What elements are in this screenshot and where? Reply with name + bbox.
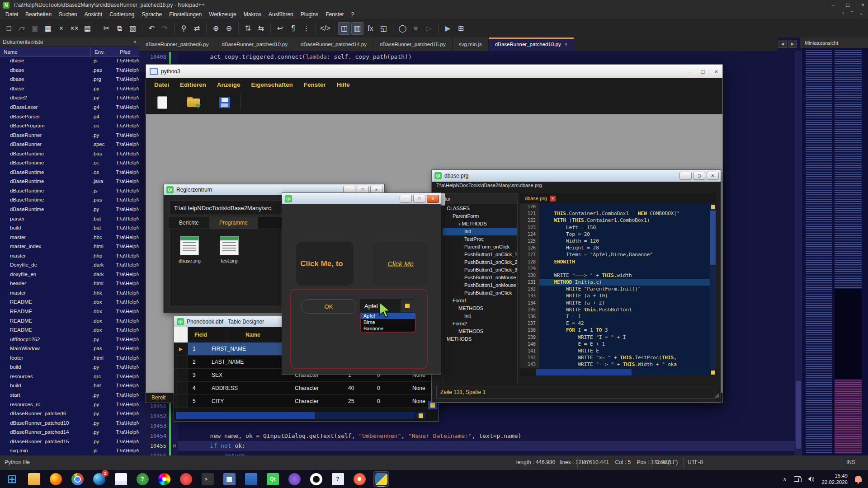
save-button[interactable] xyxy=(216,94,234,112)
npp-close-button[interactable]: × xyxy=(861,2,864,8)
taskbar-icon-python-app[interactable] xyxy=(373,471,389,487)
tree-item-CLASSES[interactable]: CLASSES xyxy=(443,205,517,212)
dbase-line-143[interactable]: 143 WRITE "--> " + THIS.Width + " oka xyxy=(520,361,710,368)
status-eol[interactable]: Unix (LF) xyxy=(656,459,678,465)
doclist-row-footer.html[interactable]: footer.htmlT:\a\HelpND... xyxy=(0,353,139,363)
doclist-row-dBaseRunner_patched14.py[interactable]: dBaseRunner_patched14.pyT:\a\HelpND... xyxy=(0,427,139,437)
code-view-icon[interactable]: </> xyxy=(319,22,331,35)
tree-item-PushButton2_onClick[interactable]: PushButton2_onClick xyxy=(443,289,517,297)
dbase-hscrollbar[interactable] xyxy=(536,369,710,376)
py3-menu-anzeige[interactable]: Anzeige xyxy=(212,81,246,88)
python3-close-button[interactable]: × xyxy=(714,68,718,75)
dbase-titlebar[interactable]: Qt dbase.prg – ◻ ✕ xyxy=(432,170,721,182)
tree-item-Init[interactable]: Init xyxy=(443,312,517,320)
doclist-row-dbase.py[interactable]: dbase.pyT:\a\HelpND... xyxy=(0,84,139,94)
dbase-line-135[interactable]: 135 WRITE this.PushButton1 xyxy=(520,306,710,313)
dbase-line-136[interactable]: 136 I = 1 xyxy=(520,313,710,320)
run-icon[interactable]: ▶ xyxy=(442,22,454,35)
copy-icon[interactable]: ⧉ xyxy=(113,22,126,35)
tree-item-PushButton1_onClick_3[interactable]: PushButton1_onClick_3 xyxy=(443,266,517,274)
sync-horizontal-scroll-icon[interactable]: ⇆ xyxy=(255,22,267,35)
editor-tab-dBaseRunner_patched6.py[interactable]: dBaseRunner_patched6.py xyxy=(139,38,215,51)
dropdown-option-birne[interactable]: Birne xyxy=(361,319,415,325)
code-line-10455[interactable]: 10455⊟ if not ok: xyxy=(139,441,795,451)
tree-item-Init[interactable]: Init xyxy=(443,228,517,235)
close-icon[interactable]: × xyxy=(55,22,67,35)
close-all-icon[interactable]: ×× xyxy=(68,22,80,35)
dbase-line-141[interactable]: 141 WRITE E xyxy=(520,347,710,354)
doclist-row-dbase2.py[interactable]: dbase2.pyT:\a\HelpND... xyxy=(0,93,139,103)
phonebook-row-CITY[interactable]: 5CITYCharacter250None xyxy=(174,395,438,408)
taskbar-icon-red-browser[interactable] xyxy=(352,471,367,487)
doclist-row-build.py[interactable]: build.pyT:\a\HelpND... xyxy=(0,362,139,372)
dbase-line-127[interactable]: 127 Items = "Apfel,Birne,Bananne" xyxy=(520,251,710,258)
dbase-line-132[interactable]: 132 WRITE "ParentForm.Init()" xyxy=(520,286,710,292)
dbase-scroll-corner[interactable] xyxy=(710,369,716,376)
dbase-editor-tab[interactable]: dbase.prg xyxy=(525,196,547,201)
doclist-row-utf8tocp1252.py[interactable]: utf8tocp1252.pyT:\a\HelpND... xyxy=(0,334,139,344)
doclist-row-dBaseLexer.g4[interactable]: dBaseLexer.g4T:\a\HelpND... xyxy=(0,103,139,112)
doclist-row-dBaseRuntime.bas[interactable]: dBaseRuntime.basT:\a\HelpND... xyxy=(0,149,139,158)
tree-item-METHODS[interactable]: METHODS xyxy=(443,328,517,335)
macro-play-icon[interactable]: ▷ xyxy=(423,22,435,35)
file-icon-dbase.prg[interactable]: dbase.prg xyxy=(179,236,201,299)
document-switcher-icon[interactable]: ◱ xyxy=(377,22,390,35)
dialog-titlebar[interactable]: Qt – □ ✕ xyxy=(282,193,441,204)
doclist-row-dBaseRuntime.pas[interactable]: dBaseRuntime.pasT:\a\HelpND... xyxy=(0,195,139,205)
scroll-up-icon[interactable]: ⌃ xyxy=(850,10,854,16)
code-line-10456[interactable]: 10456 return xyxy=(139,451,795,455)
dbase-line-121[interactable]: 121 THIS.Container1.ComboBox1 = NEW COMB… xyxy=(520,210,710,217)
editor-tab-dBaseRunner_patched10.py[interactable]: dBaseRunner_patched10.py xyxy=(215,38,294,51)
taskbar-icon-edge[interactable]: 2 xyxy=(91,471,107,487)
npp-menu-fenster[interactable]: Fenster xyxy=(322,10,348,19)
redo-icon[interactable]: ↷ xyxy=(159,22,171,35)
doclist-row-README.dox[interactable]: README.doxT:\a\HelpND... xyxy=(0,316,139,325)
dbase-line-126[interactable]: 126 Height = 28 xyxy=(520,244,710,251)
function-list-icon[interactable]: fx xyxy=(364,22,377,35)
doclist-row-dBaseRuntime.cc[interactable]: dBaseRuntime.ccT:\a\HelpND... xyxy=(0,158,139,168)
tree-item-METHODS[interactable]: METHODS xyxy=(443,305,517,312)
save-all-icon[interactable]: ▦ xyxy=(42,22,54,35)
npp-menu-bearbeiten[interactable]: Bearbeiten xyxy=(22,10,55,19)
dbase-line-124[interactable]: 124 Top = 20 xyxy=(520,231,710,238)
open-file-icon[interactable]: ▱ xyxy=(16,22,28,35)
doclist-column-name[interactable]: Name xyxy=(0,47,91,56)
dbase-maximize-button[interactable]: ◻ xyxy=(693,172,705,180)
dbase-line-133[interactable]: 133 WRITE (a + 10) xyxy=(520,292,710,299)
npp-menu-makros[interactable]: Makros xyxy=(240,10,265,19)
editor-scrollbar[interactable] xyxy=(795,51,802,455)
status-encoding[interactable]: UTF-8 xyxy=(688,459,703,465)
find-icon[interactable]: ⚲ xyxy=(178,22,190,35)
scroll-down-icon[interactable]: ⌄ xyxy=(859,10,863,16)
code-line-10453[interactable]: 10453 xyxy=(139,421,795,431)
npp-menu-datei[interactable]: Datei xyxy=(2,10,22,19)
phonebook-column-field[interactable]: Field xyxy=(188,327,227,343)
npp-menu-einstellungen[interactable]: Einstellungen xyxy=(165,10,205,19)
resize-grip[interactable] xyxy=(714,393,719,398)
doclist-row-dBaseRunner.py[interactable]: dBaseRunner.pyT:\a\HelpND... xyxy=(0,130,139,140)
doclist-row-README.dox[interactable]: README.doxT:\a\HelpND... xyxy=(0,325,139,335)
doclist-row-dBaseRuntime.cs[interactable]: dBaseRuntime.csT:\a\HelpND... xyxy=(0,168,139,177)
tree-item-Form2[interactable]: Form2 xyxy=(443,320,517,328)
save-icon[interactable]: ▣ xyxy=(29,22,41,35)
python3-minimize-button[interactable]: – xyxy=(688,68,691,75)
new-file-icon[interactable]: □ xyxy=(3,22,15,35)
taskbar-icon-file-explorer[interactable] xyxy=(26,471,42,487)
regie-tab-berichte[interactable]: Berichte xyxy=(169,217,209,229)
dialog-minimize-button[interactable]: – xyxy=(400,195,412,203)
npp-maximize-button[interactable]: □ xyxy=(846,2,849,8)
taskbar-icon-github[interactable] xyxy=(308,471,324,487)
npp-minimize-button[interactable]: – xyxy=(831,2,835,8)
doclist-row-master.hhk[interactable]: master.hhkT:\a\HelpND... xyxy=(0,288,139,298)
word-wrap-icon[interactable]: ↩ xyxy=(274,22,286,35)
doclist-row-master.hhp[interactable]: master.hhpT:\a\HelpND... xyxy=(0,251,139,260)
tree-item-METHODS[interactable]: METHODS xyxy=(443,335,517,343)
phonebook-hscrollbar[interactable] xyxy=(176,412,415,419)
dialog-maximize-button[interactable]: □ xyxy=(413,195,425,203)
plugins-admin-icon[interactable]: ⊞ xyxy=(455,22,467,35)
dbase-line-130[interactable]: 130 WRITE "===> " + THIS.width xyxy=(520,272,710,279)
doclist-row-dBaseParser.g4[interactable]: dBaseParser.g4T:\a\HelpND... xyxy=(0,112,139,121)
tree-item-PushButton1_onClick_2[interactable]: PushButton1_onClick_2 xyxy=(443,258,517,266)
dbase-line-122[interactable]: 122 WITH (THIS.Container1.ComboBox1) xyxy=(520,217,710,224)
doclist-row-MainWindow.pas[interactable]: MainWindow.pasT:\a\HelpND... xyxy=(0,344,139,353)
